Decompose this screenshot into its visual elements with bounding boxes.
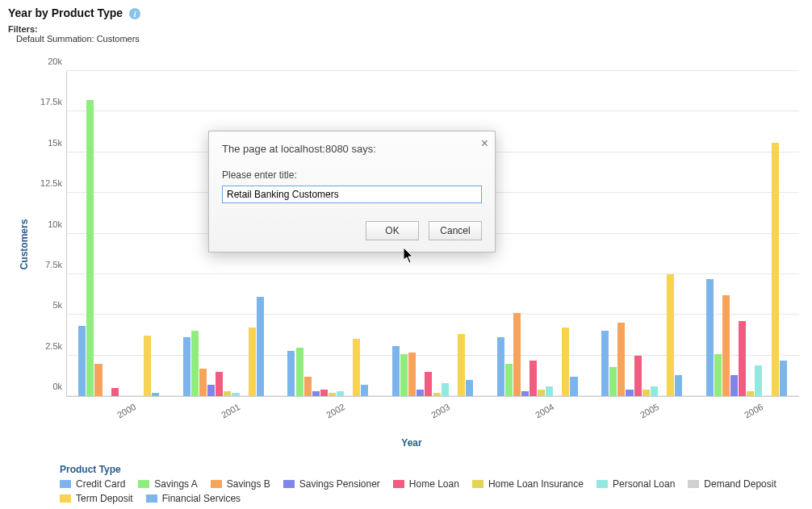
dialog-buttons: OK Cancel [222,221,482,240]
bar[interactable] [513,313,521,396]
legend-label: Home Loan Insurance [488,478,584,490]
bar[interactable] [466,380,473,396]
bar[interactable] [755,365,762,396]
bar[interactable] [224,391,231,396]
bar[interactable] [609,367,617,396]
bar[interactable] [497,337,504,396]
legend-label: Credit Card [76,478,125,490]
legend-item[interactable]: Savings B [211,478,270,490]
bar[interactable] [353,339,360,396]
grid-line [67,273,799,274]
legend-label: Savings A [154,478,197,490]
y-tick: 0k [52,382,67,391]
bar[interactable] [675,375,682,396]
legend-item[interactable]: Savings A [138,478,197,490]
bar[interactable] [706,279,714,396]
bar[interactable] [617,323,625,396]
cancel-button[interactable]: Cancel [429,221,482,240]
ok-button[interactable]: OK [366,221,419,240]
bar[interactable] [651,386,658,396]
bar[interactable] [361,385,368,396]
bar[interactable] [86,100,94,396]
bar[interactable] [442,383,449,396]
bar[interactable] [216,372,223,396]
bar[interactable] [425,372,432,396]
legend-item[interactable]: Home Loan [393,478,459,490]
bar[interactable] [207,385,215,396]
bar[interactable] [408,353,416,396]
bar[interactable] [312,391,320,396]
bar[interactable] [392,346,400,396]
grid-line [67,111,799,111]
legend-swatch [60,494,71,503]
y-tick: 5k [52,300,67,310]
bar[interactable] [772,143,779,396]
y-tick: 12.5k [40,178,67,188]
report-title: Year by Product Type [8,6,123,19]
bar[interactable] [538,390,545,396]
bar[interactable] [730,375,738,396]
grid-line [67,355,799,356]
bar[interactable] [329,393,336,396]
x-tick: 2002 [321,396,346,420]
y-tick: 7.5k [45,260,67,269]
x-tick: 2000 [112,396,137,420]
bar[interactable] [642,390,650,396]
bar[interactable] [433,393,441,396]
legend-swatch [211,480,222,488]
title-input[interactable] [222,186,482,203]
bar[interactable] [714,354,722,396]
legend-item[interactable]: Home Loan Insurance [472,478,584,490]
close-icon[interactable]: × [481,136,488,151]
bar[interactable] [570,377,577,396]
bar[interactable] [94,364,102,396]
legend-label: Demand Deposit [704,478,776,490]
grid-line [67,314,799,315]
legend-item[interactable]: Personal Loan [596,478,675,490]
bar[interactable] [296,348,303,396]
bar[interactable] [562,328,569,396]
bar[interactable] [739,321,746,396]
bar[interactable] [626,390,633,396]
bar[interactable] [667,274,674,396]
bar[interactable] [747,391,754,396]
bar[interactable] [111,388,119,396]
bar[interactable] [505,364,513,396]
y-tick: 10k [48,219,67,229]
bar[interactable] [780,361,787,396]
bar[interactable] [304,377,312,396]
bar[interactable] [416,390,424,396]
bar[interactable] [722,295,730,396]
legend-item[interactable]: Savings Pensioner [283,478,380,490]
legend-label: Home Loan [409,478,459,490]
x-tick: 2005 [635,396,660,420]
legend-swatch [393,480,404,488]
bar[interactable] [529,361,537,396]
bar[interactable] [78,326,86,396]
bar[interactable] [458,334,465,396]
bar[interactable] [546,386,553,396]
info-icon[interactable]: i [129,8,140,19]
prompt-dialog: × The page at localhost:8080 says: Pleas… [208,131,496,252]
bar[interactable] [287,351,295,396]
legend-item[interactable]: Term Deposit [60,493,133,504]
bar[interactable] [521,391,529,396]
x-tick: 2006 [739,396,764,420]
legend-item[interactable]: Credit Card [60,478,125,490]
dialog-header: The page at localhost:8080 says: [222,143,482,155]
legend-item[interactable]: Demand Deposit [688,478,776,490]
bar[interactable] [320,390,328,396]
bar[interactable] [152,393,159,396]
bar[interactable] [199,369,207,396]
bar[interactable] [257,297,264,396]
bar[interactable] [144,336,151,396]
bar[interactable] [249,328,256,396]
bar[interactable] [601,331,609,396]
legend-label: Personal Loan [613,478,675,490]
legend-item[interactable]: Financial Services [146,493,241,504]
bar[interactable] [400,354,408,396]
bar[interactable] [191,331,199,396]
bar[interactable] [183,337,190,396]
bar[interactable] [634,356,642,396]
x-tick: 2003 [426,396,451,420]
